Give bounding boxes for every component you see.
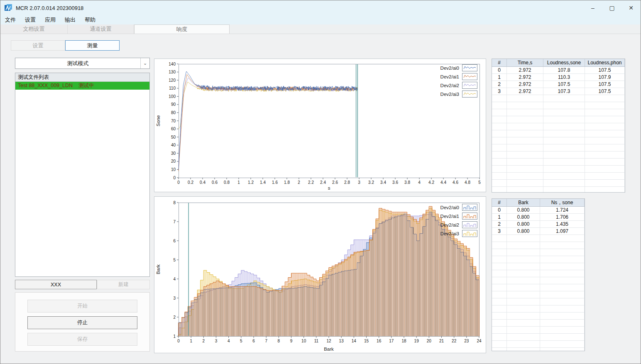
- list-item[interactable]: Test 88_XXX_009_LDN 测试中: [15, 82, 149, 90]
- table-row[interactable]: [492, 341, 585, 348]
- line-sample-icon: [462, 73, 477, 80]
- table-cell: [507, 137, 543, 144]
- specific-loudness-chart[interactable]: 0123456789101112131415161718192021222324…: [154, 197, 486, 354]
- svg-text:4.4: 4.4: [440, 180, 446, 185]
- table-cell: [492, 187, 507, 193]
- loudness-time-chart[interactable]: 00.20.40.60.811.21.41.61.822.22.42.62.83…: [154, 59, 486, 193]
- minimize-button[interactable]: –: [583, 0, 602, 15]
- legend-label: Dev2/ai2: [440, 222, 459, 227]
- svg-text:2: 2: [173, 315, 176, 320]
- test-file-list-header: 测试文件列表: [15, 73, 149, 82]
- chevron-down-icon[interactable]: ⌄: [140, 58, 149, 68]
- menu-item-3[interactable]: 输出: [60, 15, 80, 24]
- svg-text:5: 5: [478, 180, 481, 185]
- table-row[interactable]: [492, 173, 625, 180]
- table-cell: [543, 166, 585, 172]
- maximize-button[interactable]: ▢: [602, 0, 621, 15]
- table-cell: [507, 334, 540, 340]
- table-cell: 107.8: [543, 67, 585, 73]
- table-row[interactable]: 20.8001.435: [492, 221, 585, 228]
- tab-1[interactable]: 通道设置: [68, 24, 134, 34]
- table-row[interactable]: [492, 130, 625, 137]
- table-row[interactable]: [492, 277, 585, 284]
- subtab-settings: 设置: [11, 40, 65, 51]
- svg-text:0: 0: [177, 180, 180, 185]
- table-cell: [540, 242, 585, 249]
- svg-text:18: 18: [401, 339, 406, 343]
- table-row[interactable]: 12.972110.3107.9: [492, 74, 625, 81]
- table-row[interactable]: [492, 249, 585, 256]
- table-row[interactable]: [492, 313, 585, 320]
- tab-2[interactable]: 响度: [134, 24, 230, 34]
- table-row[interactable]: [492, 235, 585, 242]
- save-button: 保存: [27, 333, 137, 346]
- window-title: MCR 2.07.0.014 202300918: [16, 5, 83, 11]
- xxx-button[interactable]: XXX: [15, 280, 97, 289]
- svg-text:7: 7: [173, 220, 176, 224]
- table-cell: [507, 256, 540, 263]
- table-row[interactable]: [492, 109, 625, 116]
- table-row[interactable]: [492, 242, 585, 249]
- table-cell: [507, 341, 540, 347]
- menu-item-2[interactable]: 应用: [40, 15, 60, 24]
- table-row[interactable]: [492, 334, 585, 341]
- svg-text:4.2: 4.2: [428, 180, 434, 185]
- table-cell: [492, 144, 507, 151]
- table-row[interactable]: [492, 180, 625, 187]
- svg-text:7: 7: [265, 339, 267, 343]
- table-row[interactable]: [492, 116, 625, 123]
- table-row[interactable]: [492, 305, 585, 313]
- menu-item-0[interactable]: 文件: [0, 15, 20, 24]
- column-header: Bark: [507, 199, 540, 206]
- svg-text:8: 8: [173, 200, 176, 205]
- table-row[interactable]: [492, 144, 625, 151]
- table-row[interactable]: [492, 187, 625, 193]
- legend-label: Dev2/ai1: [440, 214, 459, 219]
- table-row[interactable]: [492, 159, 625, 166]
- menu-item-4[interactable]: 帮助: [80, 15, 100, 24]
- table-cell: [540, 298, 585, 305]
- table-cell: 110.3: [543, 74, 585, 81]
- svg-text:0: 0: [173, 176, 176, 180]
- table-row[interactable]: [492, 291, 585, 298]
- table-row[interactable]: [492, 320, 585, 327]
- table-row[interactable]: [492, 137, 625, 144]
- table-header-row: #Time,sLoudness,soneLoudness,phon: [492, 59, 625, 67]
- table-row[interactable]: [492, 95, 625, 102]
- table-row[interactable]: 30.8001.097: [492, 228, 585, 235]
- table-cell: [492, 298, 507, 305]
- chart1-legend: Dev2/ai0Dev2/ai1Dev2/ai2Dev2/ai3: [440, 64, 477, 98]
- table-cell: [492, 305, 507, 312]
- table-cell: [492, 109, 507, 116]
- test-mode-select[interactable]: 测试模式 ⌄: [15, 58, 150, 69]
- table-row[interactable]: [492, 151, 625, 159]
- table-row[interactable]: 22.972107.5107.5: [492, 81, 625, 88]
- table-cell: [507, 166, 543, 172]
- table-row[interactable]: [492, 327, 585, 334]
- table-row[interactable]: 32.972107.3107.5: [492, 88, 625, 95]
- tab-0[interactable]: 文档设置: [0, 24, 68, 34]
- table-row[interactable]: [492, 348, 585, 351]
- svg-text:8: 8: [278, 339, 280, 343]
- table-cell: 107.5: [585, 67, 625, 73]
- table-row[interactable]: 10.8001.706: [492, 214, 585, 221]
- table-row[interactable]: 00.8001.724: [492, 207, 585, 214]
- table-row[interactable]: [492, 256, 585, 263]
- subtab-measure[interactable]: 测量: [65, 40, 120, 51]
- table-cell: [540, 249, 585, 256]
- table-row[interactable]: [492, 298, 585, 305]
- svg-text:0: 0: [177, 339, 180, 343]
- table-cell: [543, 102, 585, 109]
- svg-text:Bark: Bark: [324, 347, 334, 352]
- table-row[interactable]: [492, 284, 585, 291]
- table-row[interactable]: [492, 102, 625, 109]
- table-row[interactable]: 02.972107.8107.5: [492, 67, 625, 74]
- close-button[interactable]: ✕: [621, 0, 641, 15]
- table-row[interactable]: [492, 263, 585, 270]
- table-row[interactable]: [492, 166, 625, 173]
- table-cell: [543, 173, 585, 179]
- stop-button[interactable]: 停止: [27, 316, 137, 329]
- table-row[interactable]: [492, 123, 625, 130]
- table-row[interactable]: [492, 270, 585, 277]
- menu-item-1[interactable]: 设置: [20, 15, 40, 24]
